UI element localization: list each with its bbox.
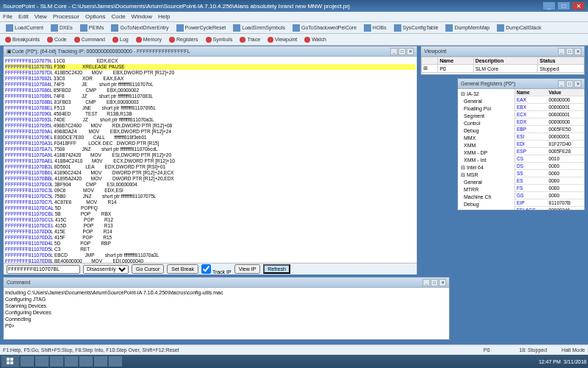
tree-node[interactable]: ⊟ MSR [459,171,513,179]
panel-min-icon[interactable]: _ [423,279,430,286]
menu-options[interactable]: Options [85,13,106,20]
register-row[interactable]: EBX00000001 [515,104,584,111]
tree-node[interactable]: XMM - DP [459,149,513,157]
menu-edit[interactable]: Edit [18,13,29,20]
register-row[interactable]: EDX00000000 [515,118,584,126]
code-line[interactable]: FFFFFFFF811070CBL 5B POP RBX [5,211,415,217]
toolbar-registers[interactable]: Registers [167,36,201,43]
toolbar-dumpmemmap[interactable]: DumpMemMap [442,23,492,33]
start-button[interactable] [1,355,19,367]
command-output[interactable]: Including C:\Users\James\Documents\Arium… [4,288,449,330]
code-line[interactable]: FFFFFFFF811070D2L 415F POP R15 [5,235,415,241]
toolbar-loadsmmsymbols[interactable]: LoadSmmSymbols [230,23,288,33]
register-row[interactable]: EIP8110707B [515,199,584,207]
panel-close-icon[interactable]: ✕ [574,48,581,55]
toolbar-dumpcallstack[interactable]: DumpCallStack [494,23,544,33]
panel-max-icon[interactable]: □ [566,80,573,88]
registers-table[interactable]: NameValueEAX00000000EBX00000001ECX000000… [515,89,584,210]
toolbar-symbols[interactable]: Symbols [204,36,235,43]
register-row[interactable]: ESP0005FE28 [515,148,584,155]
system-tray[interactable]: 12:47 PM 3/11/2018 [539,359,587,364]
code-line[interactable]: FFFFFFFF811070A9L 418B742420 MOV ESI,DWO… [5,152,415,158]
view-ip-button[interactable]: View IP [234,264,261,274]
menu-window[interactable]: Window [132,13,152,20]
taskbar-item[interactable] [35,356,49,367]
mode-select[interactable]: Disassembly [83,265,129,274]
toolbar-gotoshadowedpeicore[interactable]: GoToShadowedPeiCore [290,23,359,33]
panel-max-icon[interactable]: □ [398,48,406,55]
code-line[interactable]: FFFFFFFF8110709AL 4988DA24 MOV EBX,DWORD… [5,129,415,135]
code-line[interactable]: FFFFFFFF81107084L 74F5 JE short ptr ffff… [5,82,415,88]
code-line[interactable]: FFFFFFFF811070AEL 418B4C2410 MOV ECX,DWO… [5,158,415,164]
code-line[interactable]: FFFFFFFF811070BBL 41895A2420 MOV DWORD P… [5,176,415,182]
command-header[interactable]: Command _□✕ [4,277,449,288]
register-row[interactable]: DS0000 [515,163,584,170]
tree-node[interactable]: XMM - Int [459,157,513,164]
registers-header[interactable]: General Registers (P0*) _□✕ [458,79,584,89]
menu-view[interactable]: View [35,13,47,20]
close-button[interactable]: ✕ [572,1,585,10]
tree-node[interactable]: XMM [459,142,513,149]
code-line[interactable]: FFFFFFFF811070D5L C3 RET [5,247,415,252]
taskbar-item[interactable] [50,356,63,367]
panel-min-icon[interactable]: _ [558,48,565,55]
tree-node[interactable]: MTRR [459,186,513,194]
code-line[interactable]: FFFFFFFF811070B6L 41896C2424 MOV DWORD P… [5,170,415,176]
code-line[interactable]: FFFFFFFF81107095L 498B7C2400 MOV RDI,DWO… [5,123,415,129]
tree-node[interactable]: Debug [459,127,513,135]
toolbar-breakpoints[interactable]: Breakpoints [3,36,42,43]
toolbar-viewpoint[interactable]: Viewpoint [265,36,299,43]
tree-node[interactable]: VMX [459,208,513,210]
taskbar-item[interactable] [79,356,93,367]
code-line[interactable]: FFFFFFFF8110707BL F390 XRELEASE PAUSE [5,64,415,70]
viewpoint-header[interactable]: Viewpoint _□✕ [421,46,584,57]
panel-min-icon[interactable]: _ [558,80,565,88]
taskbar-item[interactable] [109,356,122,367]
code-line[interactable]: FFFFFFFF8110708BL 81FB03 CMP EBX,0000000… [5,99,415,105]
panel-close-icon[interactable]: ✕ [406,48,414,55]
go-cursor-button[interactable]: Go Cursor [132,264,164,274]
register-row[interactable]: FS0000 [515,185,584,192]
code-line[interactable]: FFFFFFFF811070C3L 09C6 MOV EDX,ESI [5,188,415,194]
code-line[interactable]: FFFFFFFF81107090L 4584ED TEST R13B,R13B [5,111,415,117]
toolbar-peims[interactable]: PEIMs [77,23,107,33]
code-line[interactable]: FFFFFFFF81107082L 33C0 XOR EAX,EAX [5,76,415,82]
tree-node[interactable]: Machine Ch [459,194,513,201]
register-row[interactable]: EAX00000000 [515,96,584,104]
code-line[interactable]: FFFFFFFF811070A3L F0418FFF LOCK DEC DWOR… [5,141,415,146]
code-panel-header[interactable]: ▣ Code (P0*): (64-bit) Tracking IP: 0000… [4,46,417,57]
panel-max-icon[interactable]: □ [431,279,438,286]
code-line[interactable]: FFFFFFFF811070D4L 5D POP RBP [5,241,415,247]
menu-file[interactable]: File [3,13,12,20]
taskbar-item[interactable] [65,356,78,367]
menu-processor[interactable]: Processor [53,13,79,20]
code-line[interactable]: FFFFFFFF811070CEL 415D POP R13 [5,223,415,229]
code-line[interactable]: FFFFFFFF81107093L 74DE JZ short ptr ffff… [5,117,415,123]
toolbar-powercyclereset[interactable]: PowerCycleReset [173,23,229,33]
panel-close-icon[interactable]: ✕ [574,80,581,88]
code-line[interactable]: FFFFFFFF811070B3L 8D5601 LEA EDX,DWORD P… [5,164,415,170]
code-line[interactable]: FFFFFFFF8110707DL 418B5C2420 MOV EBX,DWO… [5,70,415,76]
code-line[interactable]: FFFFFFFF811070D0L 415E POP R14 [5,229,415,235]
tree-node[interactable]: General [459,179,513,186]
register-row[interactable]: SS0000 [515,170,584,177]
menu-help[interactable]: Help [158,13,170,20]
code-line[interactable]: FFFFFFFF81107079L 11C0 EDX,ECX [5,58,415,64]
toolbar-memory[interactable]: Memory [134,36,164,43]
toolbar-trace[interactable]: Trace [237,36,262,43]
toolbar-hobs[interactable]: HOBs [361,23,390,33]
minimize-button[interactable]: _ [542,1,556,10]
register-row[interactable]: ES0000 [515,177,584,185]
register-row[interactable]: ECX00000001 [515,111,584,118]
register-row[interactable]: CS0010 [515,155,584,163]
toolbar-code[interactable]: Code [45,36,69,43]
code-line[interactable]: FFFFFFFF811070CCL 415C POP R12 [5,217,415,223]
code-line[interactable]: FFFFFFFF8110708EL F513 JNE short ptr fff… [5,105,415,111]
tree-node[interactable]: Floating Poi [459,105,513,113]
register-row[interactable]: GS0000 [515,192,584,199]
toolbar-log[interactable]: Log [110,36,131,43]
code-line[interactable]: FFFFFFFF811070C7L 4C87E6 MOV R14 [5,199,415,205]
panel-max-icon[interactable]: □ [566,48,573,55]
toolbar-loadcurrent[interactable]: LoadCurrent [3,23,46,33]
toolbar-sysconfigtable[interactable]: SysConfigTable [391,23,442,33]
